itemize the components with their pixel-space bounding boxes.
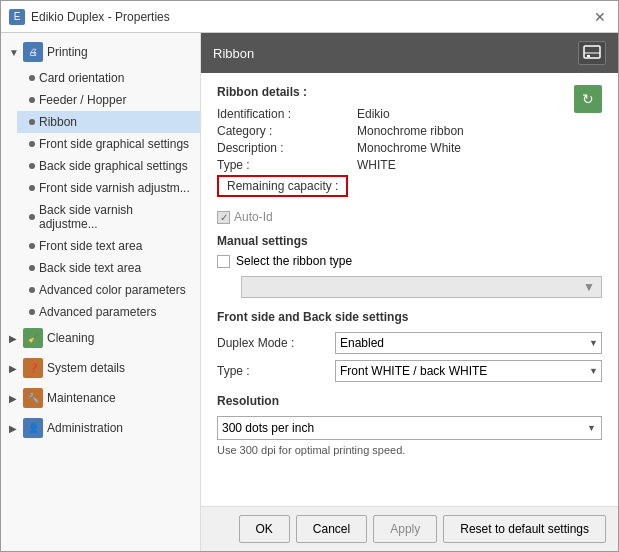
sidebar-item-back-varnish[interactable]: Back side varnish adjustme... (17, 199, 200, 235)
main-content: ▼ 🖨 Printing Card orientation Feeder / H… (1, 33, 618, 551)
resolution-section: Resolution 300 dots per inch 600 dots pe… (217, 394, 602, 456)
category-label: Category : (217, 124, 357, 138)
titlebar: E Edikio Duplex - Properties ✕ (1, 1, 618, 33)
sidebar-item-advanced-color[interactable]: Advanced color parameters (17, 279, 200, 301)
manual-settings-section: Manual settings Select the ribbon type ▼ (217, 234, 602, 298)
remaining-box: Remaining capacity : (217, 175, 348, 197)
sidebar-item-card-orientation[interactable]: Card orientation (17, 67, 200, 89)
identification-value: Edikio (357, 107, 390, 121)
reset-button[interactable]: Reset to default settings (443, 515, 606, 543)
duplex-mode-label: Duplex Mode : (217, 336, 327, 350)
back-varnish-label: Back side varnish adjustme... (39, 203, 192, 231)
system-label: System details (47, 361, 125, 375)
sidebar-parent-system[interactable]: ▶ ❓ System details (1, 353, 200, 383)
bullet (29, 185, 35, 191)
bullet (29, 265, 35, 271)
panel-header-title: Ribbon (213, 46, 254, 61)
titlebar-left: E Edikio Duplex - Properties (9, 9, 170, 25)
back-text-label: Back side text area (39, 261, 141, 275)
front-varnish-label: Front side varnish adjustm... (39, 181, 190, 195)
resolution-hint: Use 300 dpi for optimal printing speed. (217, 444, 602, 456)
sidebar-item-front-text[interactable]: Front side text area (17, 235, 200, 257)
maintenance-icon: 🔧 (23, 388, 43, 408)
sidebar-parent-cleaning[interactable]: ▶ 🧹 Cleaning (1, 323, 200, 353)
printing-icon: 🖨 (23, 42, 43, 62)
front-back-title: Front side and Back side settings (217, 310, 602, 324)
sidebar-item-front-graphical[interactable]: Front side graphical settings (17, 133, 200, 155)
bullet (29, 309, 35, 315)
type-select-label: Type : (217, 364, 327, 378)
select-ribbon-row: Select the ribbon type (217, 254, 602, 268)
type-select-wrapper: Front WHITE / back WHITE (335, 360, 602, 382)
type-select-row: Type : Front WHITE / back WHITE (217, 360, 602, 382)
front-text-label: Front side text area (39, 239, 142, 253)
expand-arrow-system: ▶ (9, 363, 19, 374)
panel-header-icon (578, 41, 606, 65)
advanced-params-label: Advanced parameters (39, 305, 156, 319)
ribbon-label: Ribbon (39, 115, 77, 129)
sidebar-item-feeder-hopper[interactable]: Feeder / Hopper (17, 89, 200, 111)
sidebar-item-ribbon[interactable]: Ribbon (17, 111, 200, 133)
remaining-row: Remaining capacity : (217, 175, 574, 197)
auto-id-row: ✓ Auto-Id (217, 210, 602, 224)
bullet (29, 243, 35, 249)
resolution-select[interactable]: 300 dots per inch 600 dots per inch (217, 416, 602, 440)
ribbon-details-title: Ribbon details : (217, 85, 574, 99)
expand-arrow-printing: ▼ (9, 47, 19, 58)
cancel-button[interactable]: Cancel (296, 515, 367, 543)
svg-rect-0 (584, 46, 600, 58)
auto-id-label: Auto-Id (234, 210, 273, 224)
type-select[interactable]: Front WHITE / back WHITE (335, 360, 602, 382)
close-button[interactable]: ✕ (590, 7, 610, 27)
ribbon-details: Ribbon details : Identification : Edikio… (217, 85, 602, 200)
bullet (29, 141, 35, 147)
dropdown-arrow-icon: ▼ (583, 280, 595, 294)
administration-label: Administration (47, 421, 123, 435)
bullet (29, 97, 35, 103)
sidebar-parent-printing-label: Printing (47, 45, 88, 59)
sidebar-item-back-graphical[interactable]: Back side graphical settings (17, 155, 200, 177)
type-row: Type : WHITE (217, 158, 574, 172)
panel-header: Ribbon (201, 33, 618, 73)
bullet (29, 214, 35, 220)
auto-id-checkbox[interactable]: ✓ (217, 211, 230, 224)
back-graphical-label: Back side graphical settings (39, 159, 188, 173)
app-icon: E (9, 9, 25, 25)
ok-button[interactable]: OK (239, 515, 290, 543)
sidebar-parent-administration[interactable]: ▶ 👤 Administration (1, 413, 200, 443)
content-panel: Ribbon Ribbon details : Identif (201, 33, 618, 551)
panel-body: Ribbon details : Identification : Edikio… (201, 73, 618, 506)
description-row: Description : Monochrome White (217, 141, 574, 155)
printing-children: Card orientation Feeder / Hopper Ribbon … (1, 67, 200, 323)
front-back-section: Front side and Back side settings Duplex… (217, 310, 602, 382)
identification-row: Identification : Edikio (217, 107, 574, 121)
expand-arrow-maintenance: ▶ (9, 393, 19, 404)
expand-arrow-administration: ▶ (9, 423, 19, 434)
ribbon-type-dropdown: ▼ (241, 276, 602, 298)
window-title: Edikio Duplex - Properties (31, 10, 170, 24)
footer-buttons: OK Cancel Apply Reset to default setting… (201, 506, 618, 551)
apply-button[interactable]: Apply (373, 515, 437, 543)
sidebar-item-back-text[interactable]: Back side text area (17, 257, 200, 279)
administration-icon: 👤 (23, 418, 43, 438)
cleaning-label: Cleaning (47, 331, 94, 345)
duplex-mode-row: Duplex Mode : Enabled Disabled (217, 332, 602, 354)
duplex-mode-select[interactable]: Enabled Disabled (335, 332, 602, 354)
type-value: WHITE (357, 158, 396, 172)
svg-rect-2 (587, 55, 590, 57)
advanced-color-label: Advanced color parameters (39, 283, 186, 297)
select-ribbon-label: Select the ribbon type (236, 254, 352, 268)
front-graphical-label: Front side graphical settings (39, 137, 189, 151)
bullet (29, 119, 35, 125)
sidebar-item-advanced-params[interactable]: Advanced parameters (17, 301, 200, 323)
manual-settings-title: Manual settings (217, 234, 602, 248)
sidebar-parent-printing[interactable]: ▼ 🖨 Printing (1, 37, 200, 67)
category-value: Monochrome ribbon (357, 124, 464, 138)
resolution-select-wrapper: 300 dots per inch 600 dots per inch (217, 416, 602, 440)
ribbon-info: Ribbon details : Identification : Edikio… (217, 85, 574, 200)
sidebar-item-front-varnish[interactable]: Front side varnish adjustm... (17, 177, 200, 199)
select-ribbon-checkbox[interactable] (217, 255, 230, 268)
refresh-button[interactable]: ↻ (574, 85, 602, 113)
sidebar-parent-maintenance[interactable]: ▶ 🔧 Maintenance (1, 383, 200, 413)
type-label: Type : (217, 158, 357, 172)
